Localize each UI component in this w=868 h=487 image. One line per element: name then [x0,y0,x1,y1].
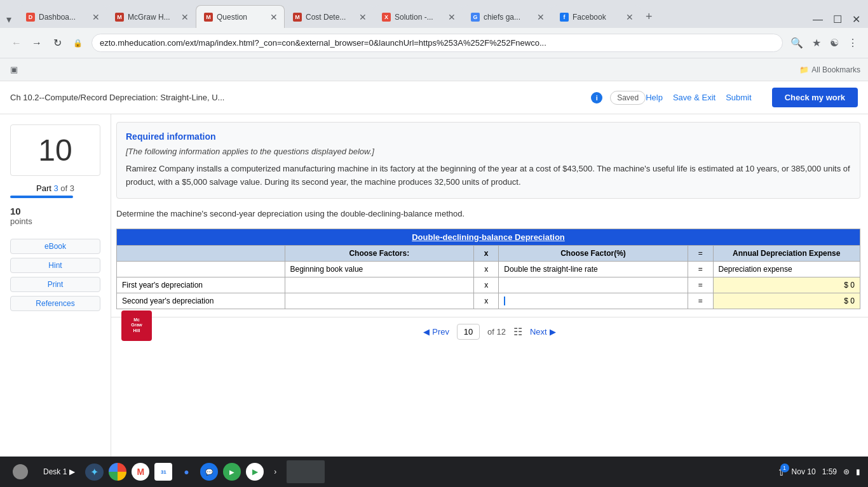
tabs-container: D Dashboa... ✕ M McGraw H... ✕ M Questio… [18,5,805,28]
mcgraw-hill-logo: McGrawHill [121,310,152,341]
new-tab-button[interactable]: + [641,8,658,26]
extensions-btn[interactable]: ☯ [827,34,841,51]
submit-link[interactable]: Submit [726,93,751,102]
address-bar: ← → ↻ 🔒 🔍 ★ ☯ ⋮ [0,28,868,58]
taskbar-circle-btn[interactable] [8,462,33,482]
taskbar-more-btn[interactable]: › [269,465,281,479]
row1-x: x [474,277,499,293]
save-exit-link[interactable]: Save & Exit [673,93,715,102]
row1-factor1-cell[interactable] [285,277,474,293]
saved-badge: Saved [610,91,646,105]
security-btn[interactable]: 🔒 [69,34,86,52]
row1-equals: = [688,277,713,293]
bottom-nav-center: ◀ Prev of 12 ☷ Next ▶ [423,324,555,340]
tab-title-costdete: Cost Dete... [306,13,354,22]
back-btn[interactable]: ← [8,34,25,52]
tab-close-solution[interactable]: ✕ [447,11,457,23]
forward-btn[interactable]: → [28,34,46,52]
tab-dashboard[interactable]: D Dashboa... ✕ [18,5,107,28]
close-browser-btn[interactable]: ✕ [850,11,863,28]
tab-close-costdete[interactable]: ✕ [358,11,368,23]
bookmarks-folder-icon: 📁 [799,65,809,74]
taskbar-drive-icon[interactable]: ● [177,463,195,481]
tab-facebook[interactable]: f Facebook ✕ [552,5,641,28]
taskbar-gmail-icon[interactable]: M [132,463,149,481]
row2-factor2-input[interactable] [504,297,682,305]
row0-factor1-text: Beginning book value [290,265,363,274]
row2-factor1-input[interactable] [290,297,469,305]
col-header-equals: = [688,245,713,261]
tab-close-chiefs[interactable]: ✕ [536,11,546,23]
part-total: of 3 [60,183,74,193]
row1-factor2-cell[interactable] [499,277,688,293]
tab-dropdown-btn[interactable]: ▾ [4,11,14,28]
row0-label [117,261,285,277]
tab-mcgraw1[interactable]: M McGraw H... ✕ [107,5,196,28]
taskbar-desk-btn[interactable]: Desk 1 ▶ [38,465,80,479]
part-current[interactable]: 3 [53,183,58,193]
bookmark-star-btn[interactable]: ★ [810,34,824,51]
tab-solution[interactable]: X Solution -... ✕ [374,5,463,28]
check-my-work-btn[interactable]: Check my work [772,88,858,107]
tab-close-mcgraw1[interactable]: ✕ [180,11,190,23]
nav-buttons: ← → ↻ 🔒 [8,34,86,52]
points-label: points [10,217,32,226]
taskbar-chrome-icon[interactable] [109,463,126,481]
ebook-btn[interactable]: eBook [10,239,100,254]
all-bookmarks-btn[interactable]: 📁 All Bookmarks [799,65,860,74]
tab-favicon-costdete: M [293,13,302,22]
prev-arrow-icon: ◀ [423,327,430,337]
references-btn[interactable]: References [10,296,100,311]
page-number-input[interactable] [457,324,480,340]
taskbar-playstore-icon[interactable]: ▶ [246,463,264,481]
tab-question[interactable]: M Question ✕ [196,5,285,28]
tab-title-facebook: Facebook [573,13,621,22]
hint-btn[interactable]: Hint [10,258,100,273]
next-arrow-icon: ▶ [550,327,556,337]
refresh-btn[interactable]: ↻ [48,34,66,52]
tab-close-dashboard[interactable]: ✕ [91,11,101,23]
topnav-actions: Help Save & Exit Submit Check my work [646,88,858,107]
taskbar: Desk 1 ▶ ✦ M 31 ● 💬 ▶ ▶ › [0,457,868,487]
row2-factor2-cell[interactable] [499,293,688,309]
taskbar-upload-btn[interactable]: ⇧ 1 [777,466,785,478]
part-text: Part [36,183,53,193]
tab-close-facebook[interactable]: ✕ [625,11,635,23]
taskbar-window-thumbnail[interactable] [287,460,325,483]
tab-favicon-dashboard: D [26,13,35,22]
print-btn[interactable]: Print [10,277,100,292]
tab-chiefs[interactable]: G chiefs ga... ✕ [463,5,552,28]
row2-result-value: 0 [850,297,855,305]
restore-btn[interactable]: ☐ [831,11,844,28]
row1-factor1-input[interactable] [290,281,469,290]
minimize-btn[interactable]: — [810,11,825,28]
taskbar-gemini-icon[interactable]: ✦ [85,464,104,481]
next-btn[interactable]: Next ▶ [530,327,556,337]
col-header-x: x [474,245,499,261]
search-icon-btn[interactable]: 🔍 [788,34,806,51]
page-total: of 12 [487,327,506,337]
prev-btn[interactable]: ◀ Prev [423,327,449,337]
info-icon[interactable]: i [591,92,602,103]
app-content: Ch 10.2--Compute/Record Depreciation: St… [0,81,868,457]
tab-costdete[interactable]: M Cost Dete... ✕ [285,5,374,28]
sidebar-actions: eBook Hint Print References [10,239,100,311]
part-label: Part 3 of 3 [10,183,100,198]
row1-result-cell: $ 0 [713,277,860,293]
question-info-box: Required information [The following info… [116,122,860,199]
taskbar-chat-icon[interactable]: 💬 [200,463,218,481]
row2-factor1-cell[interactable] [285,293,474,309]
menu-btn[interactable]: ⋮ [845,34,860,51]
row0-factor1: Beginning book value [285,261,474,277]
row2-dollar-sign: $ [844,297,848,305]
address-input[interactable] [92,34,783,52]
help-link[interactable]: Help [646,93,663,102]
apps-btn[interactable]: ▣ [8,62,20,77]
taskbar-meet-icon[interactable]: ▶ [223,463,241,481]
row1-factor2-input[interactable] [504,281,682,290]
taskbar-calendar-icon[interactable]: 31 [154,463,172,481]
tab-close-question[interactable]: ✕ [269,11,279,23]
taskbar-desk-label: Desk 1 [43,467,67,476]
question-prompt: Determine the machine's second-year depr… [111,206,868,226]
grid-view-btn[interactable]: ☷ [513,326,522,338]
